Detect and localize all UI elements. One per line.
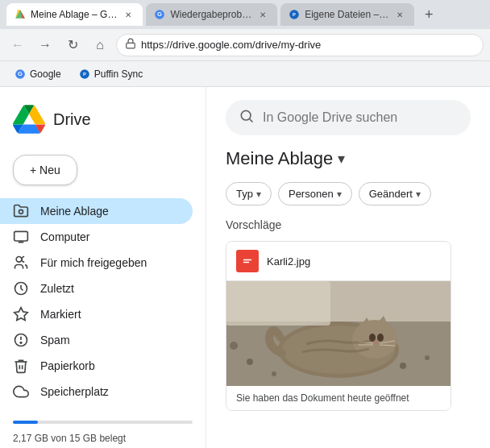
folder-title: Meine Ablage [226, 148, 333, 169]
suggestions-label: Vorschläge [226, 218, 471, 231]
svg-text:G: G [18, 70, 23, 77]
svg-rect-13 [15, 231, 28, 241]
storage-label: 2,17 GB von 15 GB belegt [13, 433, 126, 444]
sidebar-item-label-speicherplatz: Speicherplatz [40, 385, 109, 398]
filter-geaendert-button[interactable]: Geändert ▾ [359, 182, 431, 205]
storage-bar-fill [13, 421, 38, 424]
svg-point-12 [19, 209, 23, 214]
sidebar-item-papierkorb[interactable]: Papierkorb [0, 353, 193, 379]
file-card-karli[interactable]: Karli2.jpg [226, 241, 451, 411]
svg-rect-7 [127, 43, 135, 48]
search-icon [239, 108, 255, 127]
bookmark-bar: G Google P Puffin Sync [0, 61, 490, 87]
search-bar[interactable] [226, 100, 471, 135]
svg-point-37 [272, 371, 276, 376]
tab1-label: Meine Ablage – G… [31, 9, 117, 20]
folder-dropdown-button[interactable]: ▾ [338, 150, 345, 168]
drive-logo-text: Drive [53, 110, 91, 129]
computer-icon [13, 229, 29, 245]
bookmark-google[interactable]: G Google [10, 67, 66, 81]
tab3-close-icon[interactable]: ✕ [393, 8, 406, 21]
page-content: Drive + Neu Meine Ablage Computer [0, 87, 490, 448]
browser-titlebar: Meine Ablage – G… ✕ G Wiedergabeprob… ✕ … [0, 0, 490, 29]
browser-toolbar: ← → ↻ ⌂ https://drive.google.com/drive/m… [0, 29, 490, 61]
tab1-close-icon[interactable]: ✕ [122, 8, 135, 21]
svg-point-38 [400, 363, 406, 369]
file-type-icon [236, 250, 259, 272]
sidebar-item-label-freigegeben: Für mich freigegeben [40, 256, 147, 269]
filter-personen-button[interactable]: Personen ▾ [278, 182, 352, 205]
tab-favicon-drive [15, 9, 26, 20]
sidebar-item-meine-ablage[interactable]: Meine Ablage [0, 198, 193, 224]
person-folder-icon [13, 203, 29, 219]
svg-rect-41 [226, 281, 330, 326]
sidebar-item-freigegeben[interactable]: Für mich freigegeben [0, 250, 193, 276]
main-area: Meine Ablage ▾ Typ ▾ Personen ▾ Geändert… [206, 87, 490, 448]
filter-personen-label: Personen [289, 188, 334, 200]
filter-typ-arrow: ▾ [256, 189, 261, 200]
drive-logo-svg [13, 103, 45, 135]
svg-text:P: P [293, 12, 296, 17]
svg-rect-20 [242, 255, 254, 268]
sidebar-item-label-meine-ablage: Meine Ablage [40, 205, 109, 218]
svg-point-31 [375, 342, 378, 344]
file-caption: Sie haben das Dokument heute geöffnet [226, 386, 451, 410]
search-input[interactable] [263, 110, 458, 125]
filter-geaendert-arrow: ▾ [416, 189, 421, 200]
tab-favicon-google: G [154, 9, 165, 20]
svg-text:P: P [83, 72, 86, 77]
star-icon [13, 306, 29, 322]
sidebar-item-label-papierkorb: Papierkorb [40, 359, 95, 372]
new-tab-button[interactable]: + [417, 3, 440, 26]
filter-personen-arrow: ▾ [337, 189, 342, 200]
people-icon [13, 255, 29, 271]
home-button[interactable]: ⌂ [89, 34, 111, 56]
storage-bar-background [13, 421, 193, 424]
svg-point-30 [377, 334, 384, 342]
cat-image-svg [226, 281, 451, 386]
folder-title-row: Meine Ablage ▾ [226, 148, 471, 169]
filter-typ-button[interactable]: Typ ▾ [226, 182, 272, 205]
address-text: https://drive.google.com/drive/my-drive [141, 39, 321, 51]
bookmark-google-label: Google [30, 68, 61, 80]
sidebar-item-spam[interactable]: Spam [0, 327, 193, 353]
bookmark-puffin-label: Puffin Sync [94, 68, 143, 80]
svg-marker-16 [15, 308, 28, 321]
sidebar-item-label-spam: Spam [40, 334, 70, 346]
spam-icon [13, 332, 29, 348]
tab-favicon-puffin: P [289, 9, 300, 20]
sidebar-item-speicherplatz[interactable]: Speicherplatz [0, 379, 193, 404]
puffin-favicon: P [79, 68, 90, 80]
sidebar-item-computer[interactable]: Computer [0, 224, 193, 250]
svg-point-40 [230, 342, 238, 350]
tab2-label: Wiedergabeprob… [170, 9, 251, 20]
forward-button[interactable]: → [34, 34, 56, 56]
sidebar-item-zuletzt[interactable]: Zuletzt [0, 276, 193, 301]
filter-geaendert-label: Geändert [369, 188, 413, 200]
address-bar[interactable]: https://drive.google.com/drive/my-drive [116, 34, 484, 56]
file-name: Karli2.jpg [267, 255, 310, 268]
tab-eigene-dateien[interactable]: P Eigene Dateien –… ✕ [280, 3, 414, 26]
trash-icon [13, 358, 29, 374]
sidebar-item-label-markiert: Markiert [40, 308, 81, 321]
tab2-close-icon[interactable]: ✕ [256, 8, 269, 21]
cloud-icon [13, 384, 29, 400]
new-button[interactable]: + Neu [13, 155, 77, 185]
svg-point-14 [16, 257, 22, 263]
svg-point-39 [425, 355, 430, 360]
tab3-label: Eigene Dateien –… [305, 9, 388, 20]
filter-typ-label: Typ [236, 188, 253, 200]
bookmark-puffin-sync[interactable]: P Puffin Sync [74, 67, 147, 81]
sidebar-item-label-computer: Computer [40, 230, 89, 243]
file-thumbnail [226, 281, 451, 386]
tab-meine-ablage[interactable]: Meine Ablage – G… ✕ [6, 3, 143, 26]
clock-icon [13, 280, 29, 297]
storage-section: 2,17 GB von 15 GB belegt [0, 411, 206, 448]
reload-button[interactable]: ↻ [61, 34, 84, 56]
back-button[interactable]: ← [6, 34, 29, 56]
svg-text:G: G [157, 10, 162, 18]
filter-row: Typ ▾ Personen ▾ Geändert ▾ [226, 182, 471, 205]
sidebar-item-markiert[interactable]: Markiert [0, 301, 193, 327]
sidebar: Drive + Neu Meine Ablage Computer [0, 87, 206, 448]
tab-wiedergabe[interactable]: G Wiedergabeprob… ✕ [146, 3, 277, 26]
